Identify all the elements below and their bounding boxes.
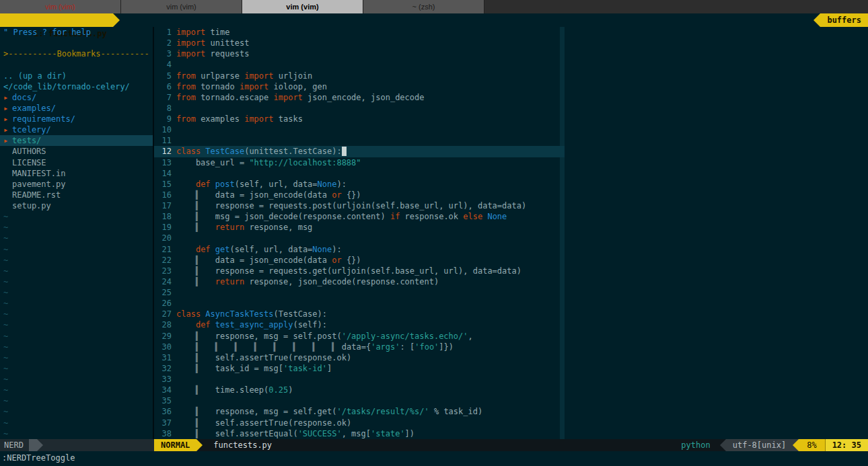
code-segment (279, 342, 293, 352)
code-line-1[interactable]: 1import time (154, 27, 868, 38)
code-line-21[interactable]: 21 def get(self, url, data=None): (154, 244, 868, 255)
code-line-38[interactable]: 38 ▍ self.assertEqual('SUCCESS', msg['st… (154, 428, 868, 439)
code-segment (259, 342, 274, 352)
code-line-22[interactable]: 22 ▍ data = json_encode(data or {}) (154, 255, 868, 266)
indent-guide: ▍ (312, 342, 317, 352)
terminal-tab[interactable]: vim (vim) (121, 0, 242, 13)
code-line-26[interactable]: 26 (154, 298, 868, 309)
code-line-12[interactable]: 12class TestCase(unittest.TestCase): (154, 146, 868, 157)
code-line-8[interactable]: 8 (154, 103, 868, 114)
code-segment: urljoin (274, 71, 313, 81)
terminal-tab-label: ~ (zsh) (412, 3, 435, 11)
code-segment (220, 342, 235, 352)
tree-item-tcelery[interactable]: ▸tcelery/ (0, 124, 153, 135)
line-number: 26 (154, 298, 172, 309)
code-line-36[interactable]: 36 ▍ response, msg = self.get('/tasks/re… (154, 406, 868, 417)
line-number: 38 (154, 428, 172, 439)
tree-item-code-lib-tornado-celery[interactable]: </code_lib/tornado-celery/ (0, 81, 153, 92)
code-line-17[interactable]: 17 ▍ response = requests.post(urljoin(se… (154, 200, 868, 211)
code-line-35[interactable]: 35 (154, 395, 868, 406)
nerdtree-statusline-label: NERD (0, 439, 24, 451)
code-line-27[interactable]: 27class AsyncTaskTests(TestCase): (154, 309, 868, 319)
line-number: 37 (154, 418, 172, 428)
tree-item-authors[interactable]: AUTHORS (0, 146, 153, 157)
code-segment (176, 332, 196, 341)
buffer-tab[interactable]: 1: functests.py (0, 13, 113, 27)
code-segment: time.sleep( (201, 385, 268, 395)
code-line-16[interactable]: 16 ▍ data = json_encode(data or {}) (154, 190, 868, 200)
dir-chevron-icon[interactable]: ▸ (3, 103, 12, 114)
code-segment: def (196, 245, 211, 254)
terminal-tab[interactable]: vim (vim) (242, 0, 363, 13)
dir-chevron-icon[interactable]: ▸ (3, 114, 12, 124)
dir-chevron-icon[interactable]: ▸ (3, 124, 12, 135)
code-line-29[interactable]: 29 ▍ response, msg = self.post('/apply-a… (154, 331, 868, 342)
tree-item-readme-rst[interactable]: README.rst (0, 190, 153, 200)
code-line-5[interactable]: 5from urlparse import urljoin (154, 71, 868, 81)
code-segment: 'SUCCESS' (298, 429, 342, 438)
code-line-19[interactable]: 19 ▍ return response, msg (154, 222, 868, 233)
tree-item-label: tests/ (12, 136, 41, 145)
editor-buffer: 1import time2import unittest3import requ… (154, 27, 868, 439)
code-line-7[interactable]: 7from tornado.escape import json_encode,… (154, 92, 868, 103)
code-line-2[interactable]: 2import unittest (154, 38, 868, 48)
tree-item-docs[interactable]: ▸docs/ (0, 92, 153, 103)
code-line-11[interactable]: 11 (154, 135, 868, 146)
tree-item-pavement-py[interactable]: pavement.py (0, 179, 153, 190)
code-line-34[interactable]: 34 ▍ time.sleep(0.25) (154, 385, 868, 395)
code-segment: 'state' (371, 429, 405, 438)
code-segment (176, 256, 196, 265)
code-line-28[interactable]: 28 def test_async_apply(self): (154, 319, 868, 330)
code-line-9[interactable]: 9from examples import tasks (154, 114, 868, 124)
code-line-20[interactable]: 20 (154, 233, 868, 243)
code-line-30[interactable]: 30 ▍ ▍ ▍ ▍ ▍ ▍ ▍ ▍ data={'args': ['foo']… (154, 342, 868, 352)
nontext-tilde: ~ (0, 287, 153, 298)
dir-chevron-icon[interactable]: ▸ (3, 135, 12, 146)
line-number: 8 (154, 103, 172, 114)
code-segment: import (176, 38, 205, 48)
code-line-3[interactable]: 3import requests (154, 48, 868, 59)
tree-item-manifest-in[interactable]: MANIFEST.in (0, 168, 153, 179)
code-line-33[interactable]: 33 (154, 374, 868, 385)
code-line-31[interactable]: 31 ▍ self.assertTrue(response.ok) (154, 352, 868, 363)
tree-item-tests[interactable]: ▸tests/ (0, 135, 153, 146)
code-text: def get(self, url, data=None): (176, 245, 342, 254)
code-segment: tornado.escape (196, 93, 274, 102)
code-segment: ): (336, 180, 346, 189)
code-segment: from (176, 71, 196, 81)
code-segment: msg = json_decode(response.content) (201, 212, 390, 221)
code-line-25[interactable]: 25 (154, 287, 868, 298)
code-text: ▍ response, msg = self.get('/tasks/resul… (176, 407, 482, 416)
nontext-tilde: ~ (0, 222, 153, 233)
code-segment: import (274, 93, 303, 102)
code-segment: response, msg = self.get( (201, 407, 336, 416)
code-segment (176, 180, 196, 189)
nerdtree-panel: " Press ? for help>----------Bookmarks--… (0, 27, 153, 439)
tree-item-up-a-dir[interactable]: .. (up a dir) (0, 71, 153, 81)
code-line-24[interactable]: 24 ▍ return response, json_decode(respon… (154, 276, 868, 287)
code-text: def test_async_apply(self): (176, 320, 327, 329)
dir-chevron-icon[interactable]: ▸ (3, 92, 12, 103)
editor[interactable]: 1import time2import unittest3import requ… (154, 27, 868, 439)
code-line-23[interactable]: 23 ▍ response = requests.get(urljoin(sel… (154, 266, 868, 276)
code-line-15[interactable]: 15 def post(self, url, data=None): (154, 179, 868, 190)
tree-item-requirements[interactable]: ▸requirements/ (0, 114, 153, 124)
tree-item-license[interactable]: LICENSE (0, 157, 153, 168)
code-line-18[interactable]: 18 ▍ msg = json_decode(response.content)… (154, 211, 868, 222)
code-line-4[interactable]: 4 (154, 59, 868, 70)
code-line-14[interactable]: 14 (154, 168, 868, 179)
line-number: 27 (154, 309, 172, 319)
code-line-10[interactable]: 10 (154, 124, 868, 135)
code-line-37[interactable]: 37 ▍ self.assertTrue(response.ok) (154, 418, 868, 428)
tree-item-examples[interactable]: ▸examples/ (0, 103, 153, 114)
code-segment: 0.25 (268, 385, 288, 395)
code-line-6[interactable]: 6from tornado import ioloop, gen (154, 81, 868, 92)
code-text: import time (176, 28, 229, 37)
code-line-32[interactable]: 32 ▍ task_id = msg['task-id'] (154, 363, 868, 374)
code-line-13[interactable]: 13 base_url = "http://localhost:8888" (154, 157, 868, 168)
terminal-tab[interactable]: ~ (zsh) (363, 0, 484, 13)
command-line[interactable]: :NERDTreeToggle (0, 451, 868, 466)
tree-item-setup-py[interactable]: setup.py (0, 200, 153, 211)
terminal-tab[interactable]: vim (vim) (0, 0, 121, 13)
code-segment (176, 342, 196, 352)
